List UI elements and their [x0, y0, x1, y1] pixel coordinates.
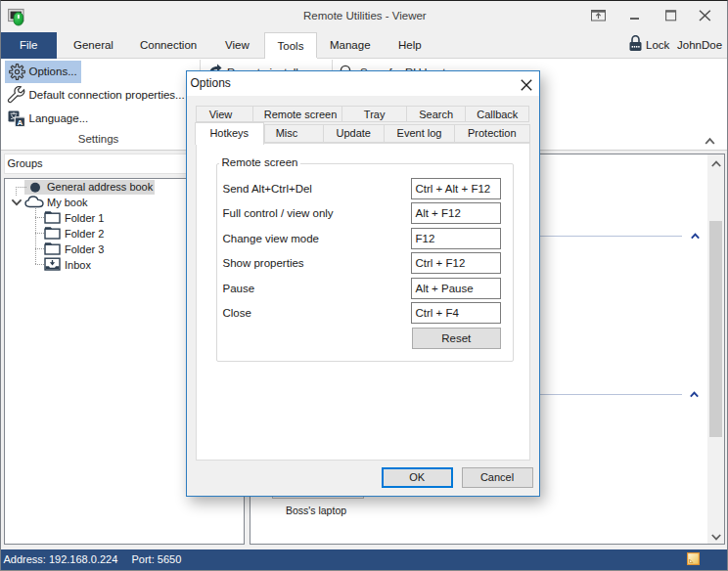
svg-text:A: A — [18, 118, 23, 127]
